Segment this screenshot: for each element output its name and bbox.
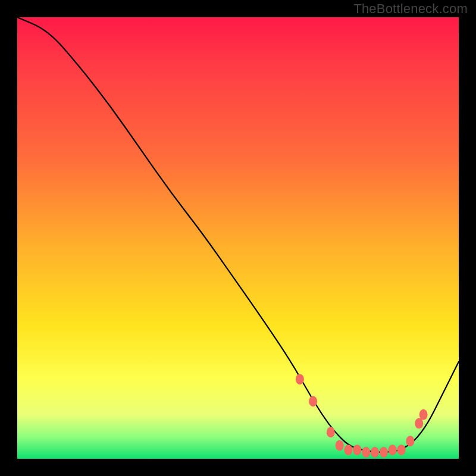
chart-frame: TheBottleneck.com <box>0 0 476 476</box>
watermark-text: TheBottleneck.com <box>353 1 468 17</box>
gradient-plot-area <box>17 17 459 459</box>
